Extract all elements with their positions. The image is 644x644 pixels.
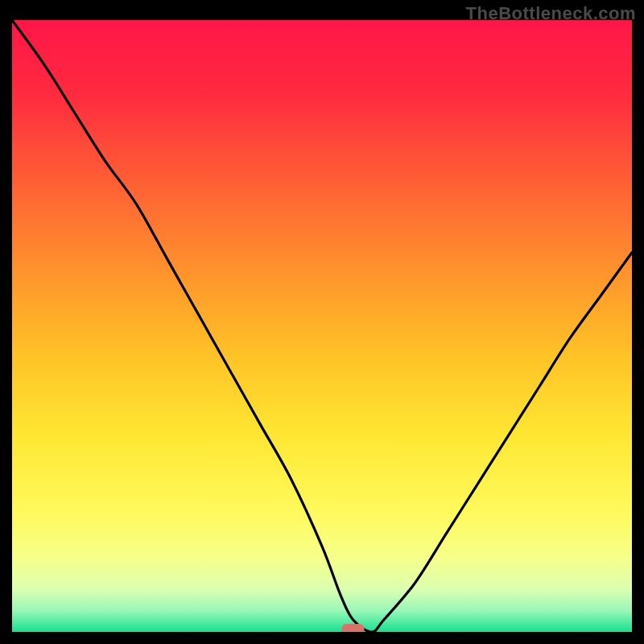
optimal-marker <box>342 624 365 632</box>
chart-frame: TheBottleneck.com <box>0 0 644 644</box>
chart-svg <box>12 20 632 632</box>
watermark-text: TheBottleneck.com <box>466 3 636 24</box>
gradient-background <box>12 20 632 632</box>
plot-area <box>12 20 632 632</box>
